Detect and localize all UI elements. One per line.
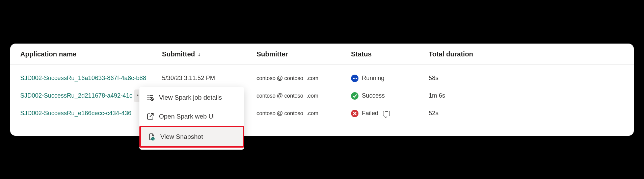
status-cell: Failed — [351, 110, 429, 117]
status-label: Running — [362, 75, 384, 82]
svg-point-3 — [356, 78, 357, 79]
submitter-user: contoso — [257, 75, 275, 81]
status-label: Failed — [362, 110, 378, 117]
row-context-menu: View Spark job details Open Spark web UI — [139, 87, 244, 150]
table-row: SJD002-SuccessRu_2d211678-a492-41c ••• 5… — [20, 87, 624, 105]
column-header-label: Submitted — [162, 50, 195, 58]
table-row: SJD002-SuccessRu_e166cecc-c434-436 conto… — [20, 105, 624, 122]
application-name-link[interactable]: SJD002-SuccessRu_e166cecc-c434-436 — [20, 110, 131, 117]
menu-item-view-details[interactable]: View Spark job details — [139, 88, 244, 107]
external-link-icon — [146, 112, 154, 121]
submitter-email: contoso @ contoso .com — [257, 75, 351, 82]
table-header-row: Application name Submitted ↓ Submitter S… — [10, 44, 634, 65]
submitter-domain: contoso — [284, 93, 303, 99]
status-label: Success — [362, 92, 385, 99]
column-header-label: Submitter — [257, 50, 288, 58]
table-row: SJD002-SuccessRu_16a10633-867f-4a8c-b88 … — [20, 70, 624, 87]
column-header-duration[interactable]: Total duration — [429, 50, 624, 58]
submitter-email: contoso @ contoso .com — [257, 110, 351, 117]
menu-item-label: Open Spark web UI — [159, 113, 215, 120]
submitter-tld: .com — [306, 75, 318, 81]
at-symbol: @ — [277, 92, 283, 99]
svg-point-12 — [151, 98, 154, 101]
submitter-user: contoso — [257, 110, 275, 117]
at-symbol: @ — [277, 110, 283, 117]
checkmark-circle-icon — [351, 92, 358, 100]
duration-value: 1m 6s — [429, 92, 445, 99]
submitter-tld: .com — [306, 93, 318, 99]
sort-descending-icon: ↓ — [198, 51, 201, 58]
submitter-domain: contoso — [284, 75, 303, 81]
error-circle-icon — [351, 110, 358, 117]
svg-point-1 — [353, 78, 354, 79]
svg-point-2 — [354, 78, 355, 79]
submitter-domain: contoso — [284, 110, 303, 117]
svg-point-4 — [351, 92, 358, 100]
list-details-icon — [146, 94, 154, 102]
at-symbol: @ — [277, 75, 283, 82]
duration-value: 52s — [429, 110, 438, 117]
column-header-submitted[interactable]: Submitted ↓ — [162, 50, 257, 58]
application-name-link[interactable]: SJD002-SuccessRu_2d211678-a492-41c — [20, 92, 132, 99]
status-cell: Success — [351, 92, 429, 100]
submitter-tld: .com — [306, 110, 318, 117]
table-body: SJD002-SuccessRu_16a10633-867f-4a8c-b88 … — [10, 65, 634, 136]
applications-panel: Application name Submitted ↓ Submitter S… — [10, 44, 634, 136]
menu-item-label: View Spark job details — [159, 94, 222, 101]
column-header-submitter[interactable]: Submitter — [257, 50, 351, 58]
menu-item-view-snapshot[interactable]: View Snapshot — [139, 126, 244, 148]
menu-item-open-web-ui[interactable]: Open Spark web UI — [139, 107, 244, 126]
status-cell: Running — [351, 75, 429, 82]
comment-icon[interactable] — [383, 111, 390, 116]
submitter-email: contoso @ contoso .com — [257, 92, 351, 99]
duration-value: 58s — [429, 75, 438, 82]
column-header-name[interactable]: Application name — [20, 50, 162, 58]
submitter-user: contoso — [257, 93, 275, 99]
column-header-label: Total duration — [429, 50, 473, 58]
document-history-icon — [147, 133, 156, 141]
running-icon — [351, 75, 358, 82]
column-header-label: Status — [351, 50, 372, 58]
column-header-label: Application name — [20, 50, 77, 58]
column-header-status[interactable]: Status — [351, 50, 429, 58]
menu-item-label: View Snapshot — [160, 133, 203, 140]
submitted-timestamp: 5/30/23 3:11:52 PM — [162, 75, 215, 82]
application-name-link[interactable]: SJD002-SuccessRu_16a10633-867f-4a8c-b88 — [20, 75, 146, 82]
